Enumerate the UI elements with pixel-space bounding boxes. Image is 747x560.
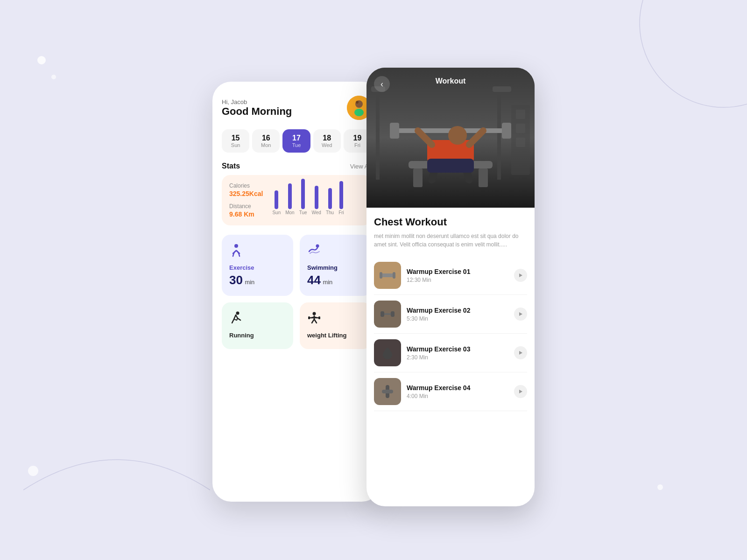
day-name: Mon <box>254 142 278 148</box>
chart-area: Sun Mon Tue Wed Thu Fri <box>272 182 364 218</box>
deco-circle-4 <box>657 484 663 490</box>
exercise-play-btn-4[interactable] <box>514 385 527 398</box>
day-number: 17 <box>284 134 308 142</box>
exercise-info-3: Warmup Exercise 03 2:30 Min <box>407 345 508 361</box>
svg-rect-14 <box>318 316 320 319</box>
exercise-duration-3: 2:30 Min <box>407 354 508 361</box>
svg-rect-41 <box>381 273 394 277</box>
gym-background-svg <box>366 68 535 208</box>
exercise-play-btn-3[interactable] <box>514 346 527 359</box>
running-card[interactable]: Running <box>222 302 293 349</box>
svg-point-3 <box>354 109 364 116</box>
exercise-info-4: Warmup Exercise 04 4:00 Min <box>407 384 508 399</box>
bar-fill <box>275 190 278 209</box>
svg-rect-53 <box>382 390 393 393</box>
bar-label: Fri <box>338 210 344 215</box>
svg-marker-44 <box>519 273 522 277</box>
workout-header-image: ‹ Workout <box>366 68 535 208</box>
calories-label: Calories <box>229 182 263 189</box>
phones-container: Hi, Jacob Good Morning 15 Sun 1 <box>212 68 535 506</box>
exercise-item-3[interactable]: Warmup Exercise 03 2:30 Min <box>374 334 527 372</box>
cal-day-wed[interactable]: 18 Wed <box>313 129 341 153</box>
swimming-icon <box>307 243 364 260</box>
svg-point-50 <box>386 348 389 350</box>
deco-circle-2 <box>51 75 56 79</box>
exercise-thumbnail-4 <box>374 378 401 405</box>
stats-info: Calories 325.25Kcal Distance 9.68 Km <box>229 182 263 218</box>
day-number: 19 <box>345 134 369 142</box>
calories-value: 325.25Kcal <box>229 190 263 197</box>
bar-fill <box>328 188 332 209</box>
svg-rect-46 <box>381 311 384 317</box>
svg-rect-40 <box>516 138 525 147</box>
weightlifting-card[interactable]: weight Lifting <box>300 302 371 349</box>
good-morning-label: Good Morning <box>222 105 292 118</box>
svg-rect-38 <box>516 110 525 119</box>
exercise-duration-4: 4:00 Min <box>407 393 508 399</box>
exercise-thumbnail-3 <box>374 339 401 366</box>
deco-circle-1 <box>37 56 46 64</box>
exercise-item-4[interactable]: Warmup Exercise 04 4:00 Min <box>374 372 527 411</box>
exercise-name-4: Warmup Exercise 04 <box>407 384 508 392</box>
svg-point-10 <box>313 312 316 315</box>
exercise-list: Warmup Exercise 01 12:30 Min Warmup Exer… <box>374 256 527 411</box>
day-number: 18 <box>315 134 339 142</box>
weightlifting-label: weight Lifting <box>307 332 364 339</box>
stats-header: Stats View All <box>222 162 371 170</box>
greeting-row: Hi, Jacob Good Morning <box>222 96 371 120</box>
day-name: Wed <box>315 142 339 148</box>
exercise-item-1[interactable]: Warmup Exercise 01 12:30 Min <box>374 256 527 295</box>
svg-point-49 <box>383 350 392 359</box>
exercise-thumbnail-2 <box>374 301 401 328</box>
svg-point-5 <box>234 244 238 248</box>
calendar-row: 15 Sun 16 Mon 17 Tue 18 Wed 19 Fri <box>222 129 371 153</box>
exercise-card[interactable]: Exercise 30 min <box>222 235 293 296</box>
svg-rect-26 <box>479 168 488 187</box>
back-button[interactable]: ‹ <box>374 76 390 92</box>
distance-value: 9.68 Km <box>229 210 263 218</box>
workout-screen-title: Workout <box>436 77 466 85</box>
exercise-name-1: Warmup Exercise 01 <box>407 268 508 275</box>
bar-label: Wed <box>312 210 321 215</box>
svg-rect-42 <box>380 272 382 279</box>
weightlifting-icon <box>307 311 364 328</box>
exercise-value: 30 min <box>229 273 286 287</box>
exercise-duration-1: 12:30 Min <box>407 277 508 283</box>
day-name: Fri <box>345 142 369 148</box>
cal-day-mon[interactable]: 16 Mon <box>252 129 280 153</box>
svg-rect-25 <box>413 168 423 187</box>
bar-fill <box>301 179 305 209</box>
swimming-value: 44 min <box>307 273 364 287</box>
thumb-img-3 <box>374 339 401 366</box>
exercise-duration-2: 5:30 Min <box>407 315 508 322</box>
thumb-img-2 <box>374 301 401 328</box>
svg-rect-43 <box>393 272 395 279</box>
svg-rect-36 <box>427 159 474 173</box>
svg-rect-29 <box>502 123 511 139</box>
swimming-card[interactable]: Swimming 44 min <box>300 235 371 296</box>
exercise-play-btn-1[interactable] <box>514 269 527 282</box>
thumb-img-4 <box>374 378 401 405</box>
svg-rect-13 <box>308 316 310 319</box>
svg-point-9 <box>236 312 240 315</box>
cal-day-tue[interactable]: 17 Tue <box>282 129 310 153</box>
cal-day-sun[interactable]: 15 Sun <box>222 129 249 153</box>
exercise-play-btn-2[interactable] <box>514 308 527 321</box>
bar-wed: Wed <box>312 186 321 215</box>
hi-label: Hi, Jacob <box>222 98 292 105</box>
day-number: 16 <box>254 134 278 142</box>
exercise-item-2[interactable]: Warmup Exercise 02 5:30 Min <box>374 295 527 334</box>
day-number: 15 <box>224 134 247 142</box>
workout-description: met minim mollit non deserunt ullamco es… <box>374 232 527 249</box>
bar-sun: Sun <box>272 190 281 215</box>
workout-name: Chest Workout <box>374 216 527 228</box>
bar-fill <box>315 186 318 209</box>
bar-tue: Tue <box>299 179 307 215</box>
bar-fill <box>288 183 292 209</box>
phone-left: Hi, Jacob Good Morning 15 Sun 1 <box>212 82 381 502</box>
svg-rect-47 <box>391 311 395 317</box>
activity-grid: Exercise 30 min Swimming 44 <box>222 235 371 349</box>
svg-line-17 <box>312 319 314 323</box>
bar-label: Sun <box>272 210 281 215</box>
bar-label: Thu <box>326 210 334 215</box>
